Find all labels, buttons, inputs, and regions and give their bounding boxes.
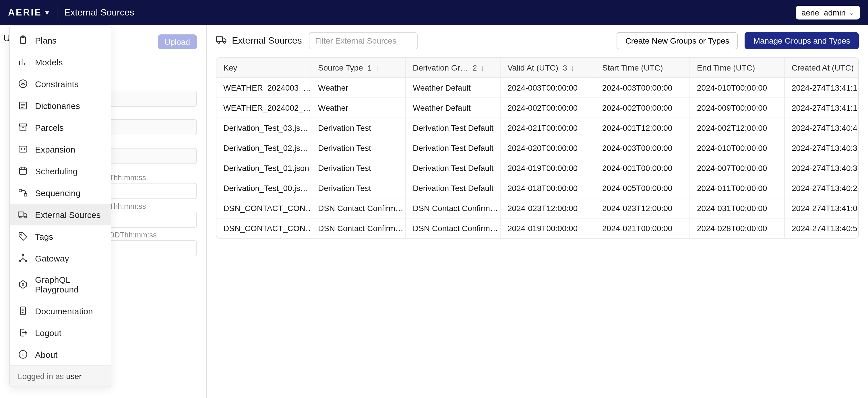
page-title: External Sources — [64, 7, 134, 18]
input-stub[interactable] — [108, 91, 197, 107]
nav-item-label: Documentation — [35, 306, 93, 316]
asterisk-icon — [18, 78, 28, 89]
table-row[interactable]: DSN_CONTACT_CON…DSN Contact Confirm…DSN … — [216, 198, 858, 219]
nav-item-sequencing[interactable]: Sequencing — [10, 182, 111, 204]
input-stub[interactable] — [108, 183, 197, 199]
svg-rect-6 — [19, 146, 27, 152]
cell-start: 2024-021T00:00:00 — [595, 219, 690, 238]
nav-item-logout[interactable]: Logout — [10, 322, 111, 343]
cell-group: DSN Contact Confirm… — [406, 219, 501, 238]
chevron-down-icon: ▾ — [45, 9, 50, 16]
cell-start: 2024-001T00:00:00 — [595, 158, 690, 178]
footer-prefix: Logged in as — [18, 372, 66, 381]
cell-start: 2024-002T00:00:00 — [595, 98, 690, 118]
nav-item-parcels[interactable]: Parcels — [10, 117, 111, 138]
table-row[interactable]: Derivation_Test_01.jsonDerivation TestDe… — [216, 158, 858, 178]
table-row[interactable]: Derivation_Test_03.js…Derivation TestDer… — [216, 118, 858, 138]
filter-input[interactable] — [309, 32, 418, 49]
input-stub[interactable] — [108, 119, 197, 135]
cell-key: WEATHER_2024003_… — [216, 78, 311, 98]
cell-end: 2024-010T00:00:00 — [690, 138, 785, 158]
placeholder-text: DDThh:mm:ss — [109, 231, 157, 239]
svg-rect-10 — [19, 212, 24, 216]
column-header[interactable]: Created At (UTC) — [785, 58, 858, 77]
top-bar: AERIE ▾ External Sources aerie_admin ⌄ — [0, 0, 868, 25]
column-label: Start Time (UTC) — [602, 63, 663, 72]
cell-created: 2024-274T13:40:25.6… — [785, 178, 858, 198]
nav-item-label: Expansion — [35, 144, 75, 154]
column-header[interactable]: Source Type1↓ — [311, 58, 406, 77]
svg-rect-21 — [216, 37, 223, 41]
nav-footer: Logged in as user — [10, 365, 111, 387]
table-row[interactable]: WEATHER_2024003_…WeatherWeather Default2… — [216, 78, 858, 98]
cell-start: 2024-003T00:00:00 — [595, 78, 690, 98]
cell-key: Derivation_Test_02.js… — [216, 138, 311, 158]
nav-item-about[interactable]: About — [10, 343, 111, 365]
cell-key: DSN_CONTACT_CON… — [216, 198, 311, 218]
column-header[interactable]: Derivation Gr…2↓ — [406, 58, 501, 77]
cell-valid: 2024-020T00:00:00 — [501, 138, 595, 158]
cell-valid: 2024-023T12:00:00 — [501, 198, 595, 218]
column-label: Derivation Gr… — [413, 63, 468, 72]
create-groups-button[interactable]: Create New Groups or Types — [617, 32, 738, 49]
sources-table: KeySource Type1↓Derivation Gr…2↓Valid At… — [216, 57, 859, 239]
nav-item-documentation[interactable]: Documentation — [10, 300, 111, 322]
nav-item-dictionaries[interactable]: Dictionaries — [10, 95, 111, 117]
nav-item-label: Models — [35, 57, 63, 67]
network-icon — [18, 253, 28, 263]
nav-item-expansion[interactable]: Expansion — [10, 138, 111, 160]
input-stub[interactable] — [108, 240, 197, 256]
column-label: Key — [223, 63, 237, 72]
nav-item-models[interactable]: Models — [10, 51, 111, 73]
manage-groups-button[interactable]: Manage Groups and Types — [745, 32, 859, 49]
nav-item-gateway[interactable]: Gateway — [10, 247, 111, 269]
column-header[interactable]: Valid At (UTC)3↓ — [501, 58, 595, 77]
nav-item-plans[interactable]: Plans — [10, 29, 111, 51]
placeholder-text: Thh:mm:ss — [109, 202, 146, 210]
nav-item-label: Logout — [35, 328, 61, 337]
cell-type: Derivation Test — [311, 138, 406, 158]
cell-end: 2024-011T00:00:00 — [690, 178, 785, 198]
user-menu[interactable]: aerie_admin ⌄ — [796, 6, 860, 20]
graphql-icon — [18, 279, 28, 290]
table-row[interactable]: Derivation_Test_02.js…Derivation TestDer… — [216, 138, 858, 158]
cell-end: 2024-002T12:00:00 — [690, 118, 785, 138]
column-header[interactable]: End Time (UTC) — [690, 58, 785, 77]
app-logo[interactable]: AERIE ▾ — [8, 7, 50, 18]
svg-marker-17 — [20, 281, 26, 289]
divider — [57, 6, 57, 19]
column-header[interactable]: Key — [216, 58, 311, 77]
content-area: External Sources Create New Groups or Ty… — [207, 25, 868, 398]
table-row[interactable]: Derivation_Test_00.js…Derivation TestDer… — [216, 178, 858, 198]
nav-dropdown: PlansModelsConstraintsDictionariesParcel… — [9, 25, 112, 387]
column-header[interactable]: Start Time (UTC) — [595, 58, 690, 77]
nav-item-label: GraphQL Playground — [35, 275, 103, 294]
input-stub[interactable] — [108, 211, 197, 228]
cell-end: 2024-007T00:00:00 — [690, 158, 785, 178]
cell-valid: 2024-002T00:00:00 — [501, 98, 595, 118]
nav-item-label: Gateway — [35, 253, 69, 263]
nav-item-label: Sequencing — [35, 188, 81, 198]
nav-item-constraints[interactable]: Constraints — [10, 73, 111, 95]
nav-item-scheduling[interactable]: Scheduling — [10, 160, 111, 182]
cell-valid: 2024-003T00:00:00 — [501, 78, 595, 98]
sort-arrow-icon: ↓ — [480, 63, 484, 72]
nav-item-tags[interactable]: Tags — [10, 225, 111, 247]
cell-group: Derivation Test Default — [406, 158, 501, 178]
table-row[interactable]: DSN_CONTACT_CON…DSN Contact Confirm…DSN … — [216, 219, 858, 238]
nav-item-label: About — [35, 350, 57, 359]
cell-type: DSN Contact Confirm… — [311, 219, 406, 238]
svg-point-14 — [22, 254, 24, 256]
nav-item-label: Dictionaries — [35, 101, 80, 110]
table-row[interactable]: WEATHER_2024002_…WeatherWeather Default2… — [216, 98, 858, 118]
nav-item-external-sources[interactable]: External Sources — [10, 204, 111, 225]
svg-point-12 — [25, 216, 26, 218]
truck-icon — [216, 34, 227, 47]
upload-button[interactable]: Upload — [158, 34, 197, 49]
logout-icon — [18, 328, 28, 338]
cell-type: Derivation Test — [311, 178, 406, 198]
input-stub[interactable] — [108, 148, 197, 164]
cell-start: 2024-003T00:00:00 — [595, 138, 690, 158]
sort-arrow-icon: ↓ — [375, 63, 379, 72]
nav-item-graphql-playground[interactable]: GraphQL Playground — [10, 269, 111, 300]
